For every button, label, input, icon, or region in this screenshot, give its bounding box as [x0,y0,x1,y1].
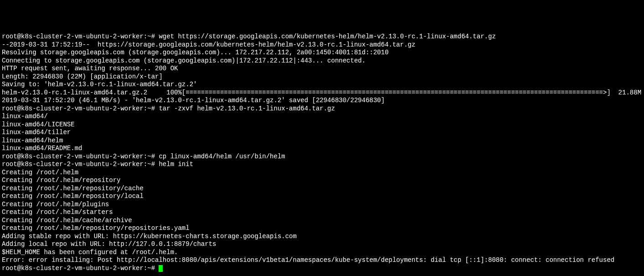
terminal-line: Creating /root/.helm/repository [2,177,642,185]
terminal-line: Connecting to storage.googleapis.com (st… [2,57,642,65]
terminal-line: Length: 22946830 (22M) [application/x-ta… [2,73,642,81]
terminal-line: Adding local repo with URL: http://127.0… [2,240,642,249]
terminal-line: Creating /root/.helm/repository/local [2,193,642,201]
terminal-line: linux-amd64/LICENSE [2,121,642,129]
cursor-icon [159,265,163,272]
terminal-line: Creating /root/.helm/starters [2,208,642,217]
terminal-prompt-text: root@k8s-cluster-2-vm-ubuntu-2-worker:~# [2,265,159,272]
terminal-line: Adding stable repo with URL: https://kub… [2,233,642,241]
terminal-line: Resolving storage.googleapis.com (storag… [2,49,642,57]
terminal-line: Creating /root/.helm/repository/cache [2,185,642,193]
terminal-line: linux-amd64/README.md [2,145,642,153]
terminal-line: Creating /root/.helm/repository/reposito… [2,224,642,233]
terminal-line: Saving to: 'helm-v2.13.0-rc.1-linux-amd6… [2,81,642,89]
terminal-line: root@k8s-cluster-2-vm-ubuntu-2-worker:~#… [2,105,642,113]
terminal-line: linux-amd64/ [2,113,642,121]
terminal-line: root@k8s-cluster-2-vm-ubuntu-2-worker:~#… [2,161,642,169]
terminal-line: root@k8s-cluster-2-vm-ubuntu-2-worker:~#… [2,153,642,161]
terminal-line: linux-amd64/helm [2,137,642,145]
terminal-output[interactable]: root@k8s-cluster-2-vm-ubuntu-2-worker:~#… [2,33,642,272]
terminal-line: Creating /root/.helm/plugins [2,201,642,209]
terminal-line: $HELM_HOME has been configured at /root/… [2,249,642,257]
terminal-line-progress: helm-v2.13.0-rc.1-linux-amd64.tar.gz.2 1… [2,89,642,97]
terminal-prompt-line[interactable]: root@k8s-cluster-2-vm-ubuntu-2-worker:~# [2,265,642,273]
terminal-line: linux-amd64/tiller [2,129,642,137]
terminal-line: --2019-03-31 17:52:19-- https://storage.… [2,41,642,49]
terminal-line: 2019-03-31 17:52:20 (46.1 MB/s) - 'helm-… [2,97,642,105]
terminal-line-error: Error: error installing: Post http://loc… [2,256,642,265]
terminal-line: root@k8s-cluster-2-vm-ubuntu-2-worker:~#… [2,33,642,41]
terminal-line: Creating /root/.helm/cache/archive [2,217,642,225]
terminal-line: HTTP request sent, awaiting response... … [2,65,642,73]
terminal-line: Creating /root/.helm [2,169,642,177]
